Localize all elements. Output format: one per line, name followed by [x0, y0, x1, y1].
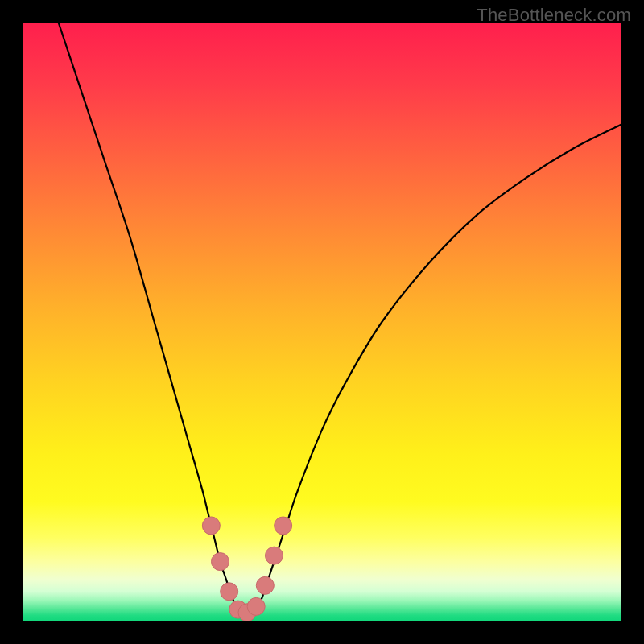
bottleneck-chart [23, 23, 621, 621]
marker-dot [202, 517, 220, 535]
gradient-background [23, 23, 621, 621]
marker-dot [265, 547, 283, 564]
outer-frame: TheBottleneck.com [0, 0, 644, 644]
marker-dot [275, 517, 292, 535]
marker-dot [247, 597, 265, 615]
marker-dot [212, 553, 229, 571]
marker-dot [221, 583, 238, 601]
plot-area [23, 23, 621, 621]
marker-dot [256, 576, 274, 594]
